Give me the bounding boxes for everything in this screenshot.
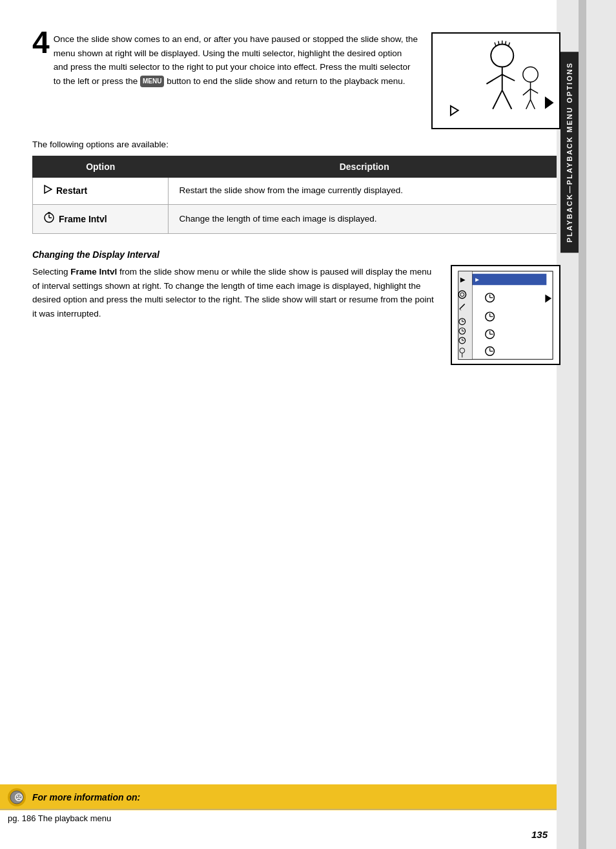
svg-line-9 xyxy=(493,90,502,109)
svg-text:►: ► xyxy=(474,276,480,283)
svg-point-11 xyxy=(523,67,538,82)
timer-icon xyxy=(43,211,55,227)
bottom-reference: pg. 186 The playback menu xyxy=(0,809,557,827)
table-col1-header: Option xyxy=(33,156,169,178)
step-text-after-icon: button to end the slide show and return … xyxy=(164,76,405,86)
svg-line-2 xyxy=(498,41,499,45)
page-number: 135 xyxy=(531,829,548,840)
svg-marker-19 xyxy=(45,185,52,193)
options-table: Option Description Restart Restart the xyxy=(32,156,560,234)
info-icon: ☹ xyxy=(8,788,26,806)
svg-line-1 xyxy=(495,43,496,47)
step-number: 4 xyxy=(32,27,50,58)
svg-point-0 xyxy=(491,45,513,67)
options-intro: The following options are available: xyxy=(32,140,560,149)
svg-line-5 xyxy=(508,43,509,47)
description-restart: Restart the slide show from the image cu… xyxy=(169,178,560,205)
bottom-info-bar: ☹ For more information on: xyxy=(0,784,557,810)
svg-line-4 xyxy=(506,41,506,45)
svg-line-10 xyxy=(502,90,512,109)
menu-illustration: ► xyxy=(451,265,560,365)
svg-line-13 xyxy=(523,89,531,96)
description-frame-intvl: Change the length of time each image is … xyxy=(169,205,560,234)
step-image xyxy=(431,32,560,129)
step-text: Once the slide show comes to an end, or … xyxy=(54,32,418,88)
svg-marker-18 xyxy=(545,96,554,109)
section-heading-interval: Changing the Display Interval xyxy=(32,249,560,260)
option-frame-intvl: Frame Intvl xyxy=(43,211,158,227)
step-4-block: 4 Once the slide show comes to an end, o… xyxy=(32,32,560,129)
table-col2-header: Description xyxy=(169,156,560,178)
interval-text-before: Selecting xyxy=(32,267,70,277)
menu-button-icon: MENU xyxy=(140,76,164,87)
section-interval-body: Selecting Frame Intvl from the slide sho… xyxy=(32,265,560,365)
svg-marker-17 xyxy=(451,106,458,116)
svg-rect-26 xyxy=(471,274,546,286)
svg-line-8 xyxy=(502,74,515,81)
sidebar-gray-bar xyxy=(579,0,586,849)
frame-intvl-bold: Frame Intvl xyxy=(70,267,117,277)
option-restart: Restart xyxy=(43,184,158,198)
svg-line-14 xyxy=(531,89,539,94)
svg-text:☹: ☹ xyxy=(14,793,23,802)
svg-line-16 xyxy=(531,100,535,109)
svg-line-7 xyxy=(486,74,502,84)
sidebar: PLAYBACK—PLAYBACK MENU OPTIONS xyxy=(557,0,586,849)
svg-rect-28 xyxy=(458,271,472,359)
play-icon xyxy=(43,184,52,198)
section-interval-text: Selecting Frame Intvl from the slide sho… xyxy=(32,265,438,320)
table-row: Restart Restart the slide show from the … xyxy=(33,178,560,205)
bottom-bar-label: For more information on: xyxy=(32,792,140,802)
table-row: Frame Intvl Change the length of time ea… xyxy=(33,205,560,234)
svg-line-15 xyxy=(526,100,531,109)
